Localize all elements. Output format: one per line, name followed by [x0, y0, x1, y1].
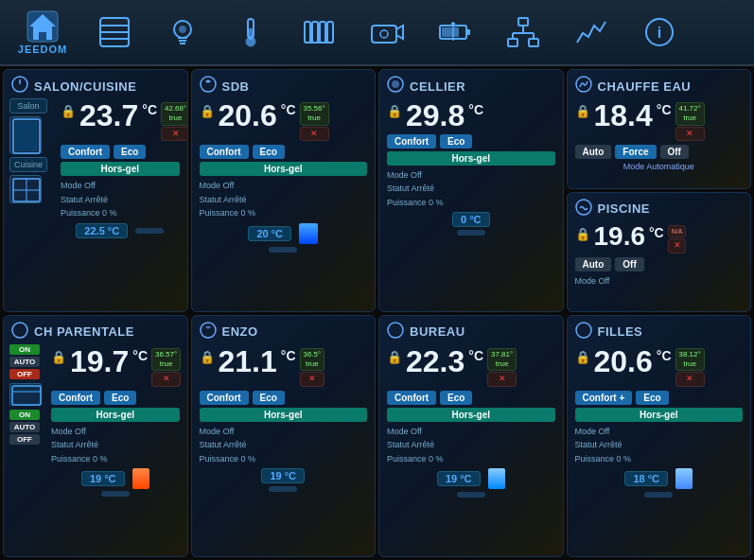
bureau-btn-eco[interactable]: Eco: [440, 391, 472, 405]
home-logo-icon: [26, 9, 60, 44]
ch-parentale-set-temp-row: 19 °C: [51, 468, 180, 489]
nav-lights[interactable]: [149, 4, 217, 61]
chauffe-eau-badges: 41.72°true ✕: [675, 102, 705, 141]
cellier-puissance: Puissance 0 %: [387, 196, 555, 209]
ch-parentale-btn-horsgel[interactable]: Hors-gel: [51, 408, 180, 422]
ch-parentale-badges: 36.57°true ✕: [151, 348, 181, 387]
card-bureau: BUREAU 🔒 22.3 °C 37.81°true ✕ Confort Ec…: [378, 315, 564, 558]
ch-parentale-btn-off2[interactable]: OFF: [9, 434, 40, 445]
ch-parentale-btn-auto2[interactable]: AUTO: [9, 422, 40, 432]
sdb-btn-confort[interactable]: Confort: [200, 145, 249, 159]
nav-heating[interactable]: [285, 4, 353, 61]
piscine-mode: Mode Off: [575, 274, 744, 288]
filles-icon: [575, 322, 592, 342]
chauffe-eau-btn-off[interactable]: Off: [660, 145, 689, 159]
bureau-btn-horsgel[interactable]: Hors-gel: [387, 408, 555, 422]
filles-puissance: Puissance 0 %: [575, 452, 744, 465]
enzo-header: ENZO: [200, 322, 368, 342]
salon-btn-eco[interactable]: Eco: [114, 145, 146, 159]
ch-parentale-btn-auto[interactable]: AUTO: [9, 357, 40, 367]
filles-btn-horsgel[interactable]: Hors-gel: [575, 408, 744, 422]
salon-window-icon: [9, 175, 42, 203]
nav-camera[interactable]: [353, 4, 421, 61]
bureau-title: BUREAU: [410, 324, 465, 339]
enzo-btn-horsgel[interactable]: Hors-gel: [200, 408, 368, 422]
filles-badge-deg: 38.12°true: [675, 348, 705, 372]
enzo-btn-eco[interactable]: Eco: [253, 391, 285, 405]
filles-btn-eco[interactable]: Eco: [636, 391, 668, 405]
info-icon: i: [639, 11, 680, 53]
svg-point-49: [388, 323, 403, 338]
sdb-btn-horsgel[interactable]: Hors-gel: [200, 162, 368, 176]
cellier-btn-horsgel[interactable]: Hors-gel: [387, 151, 555, 166]
filles-btn-confort-plus[interactable]: Confort +: [575, 391, 633, 405]
nav-blinds[interactable]: [80, 4, 149, 61]
ch-parentale-btn-on2[interactable]: ON: [9, 410, 40, 420]
piscine-badge-x: ✕: [668, 238, 687, 254]
cellier-temp-unit: °C: [468, 102, 483, 117]
ch-parentale-btn-off[interactable]: OFF: [9, 369, 40, 379]
salon-room-cuisine[interactable]: Cuisine: [9, 157, 47, 172]
salon-room-salon[interactable]: Salon: [9, 98, 47, 114]
sdb-btn-eco[interactable]: Eco: [253, 145, 285, 159]
salon-temp-unit: °C: [142, 102, 157, 117]
salon-btn-horsgel[interactable]: Hors-gel: [61, 162, 180, 176]
ch-parentale-icon: [11, 322, 28, 342]
bureau-set-temp-val: 19 °C: [437, 471, 481, 486]
cellier-lock-icon: 🔒: [387, 104, 402, 118]
piscine-btn-off[interactable]: Off: [615, 257, 643, 271]
enzo-icon: [200, 322, 217, 342]
sdb-mode: Mode Off: [200, 179, 368, 192]
piscine-header: PISCINE: [575, 199, 744, 219]
ch-parentale-statut: Statut Arrêté: [51, 438, 180, 451]
filles-scroll[interactable]: [644, 492, 673, 498]
svg-rect-46: [12, 386, 41, 405]
ch-parentale-btn-confort[interactable]: Confort: [51, 391, 100, 405]
svg-rect-11: [305, 22, 310, 43]
ch-parentale-btn-eco[interactable]: Eco: [104, 391, 136, 405]
cellier-btn-eco[interactable]: Eco: [440, 134, 472, 149]
nav-thermo[interactable]: [217, 4, 285, 61]
salon-title: SALON/CUISINE: [34, 79, 136, 94]
card-enzo: ENZO 🔒 21.1 °C 36.5°true ✕ Confort Eco H…: [191, 315, 377, 558]
bureau-btn-confort[interactable]: Confort: [387, 391, 436, 405]
cellier-statut: Statut Arrêté: [387, 182, 555, 195]
bureau-badge-x: ✕: [487, 372, 517, 387]
cellier-header: CELLIER: [387, 76, 555, 96]
chauffe-eau-btn-auto[interactable]: Auto: [575, 145, 612, 159]
bureau-temp-row: 🔒 22.3 °C 37.81°true ✕: [387, 346, 555, 387]
cellier-btn-confort[interactable]: Confort: [387, 134, 436, 149]
cellier-thermo-icon: [387, 76, 404, 96]
sdb-thermo-icon: [200, 76, 217, 96]
nav-chart[interactable]: [557, 4, 625, 61]
enzo-scroll[interactable]: [269, 486, 297, 492]
chauffe-eau-mode-auto: Mode Automatique: [575, 162, 744, 171]
cellier-scroll-container: [387, 230, 555, 236]
ch-parentale-scroll[interactable]: [101, 491, 130, 497]
nav-network[interactable]: [489, 4, 557, 61]
enzo-btn-confort[interactable]: Confort: [200, 391, 249, 405]
chauffe-eau-icon: [575, 76, 592, 96]
svg-rect-16: [372, 26, 396, 43]
svg-point-50: [576, 323, 591, 338]
sdb-scroll[interactable]: [269, 247, 297, 253]
network-icon: [502, 11, 544, 53]
ch-parentale-btn-on[interactable]: ON: [9, 344, 40, 355]
nav-battery[interactable]: [421, 4, 489, 61]
logo[interactable]: JEEDOM: [5, 4, 80, 61]
bureau-scroll[interactable]: [457, 492, 485, 498]
ch-parentale-color-rect: [132, 468, 149, 489]
chauffe-eau-btn-force[interactable]: Force: [615, 145, 656, 159]
bureau-set-temp-row: 19 °C: [387, 468, 555, 489]
cellier-btn-row: Confort Eco: [387, 134, 555, 149]
salon-content: 🔒 23.7 °C 42.68°true ✕ Confort Eco Hors-…: [61, 100, 180, 238]
salon-btn-confort[interactable]: Confort: [61, 145, 110, 159]
filles-header: FILLES: [575, 322, 744, 342]
nav-info[interactable]: i: [625, 4, 693, 61]
salon-scroll[interactable]: [135, 228, 164, 234]
bureau-temp: 22.3: [406, 346, 465, 376]
filles-set-temp-row: 18 °C: [575, 468, 744, 489]
cellier-scroll[interactable]: [457, 230, 485, 236]
piscine-btn-auto[interactable]: Auto: [575, 257, 612, 271]
ch-parentale-puissance: Puissance 0 %: [51, 452, 180, 465]
